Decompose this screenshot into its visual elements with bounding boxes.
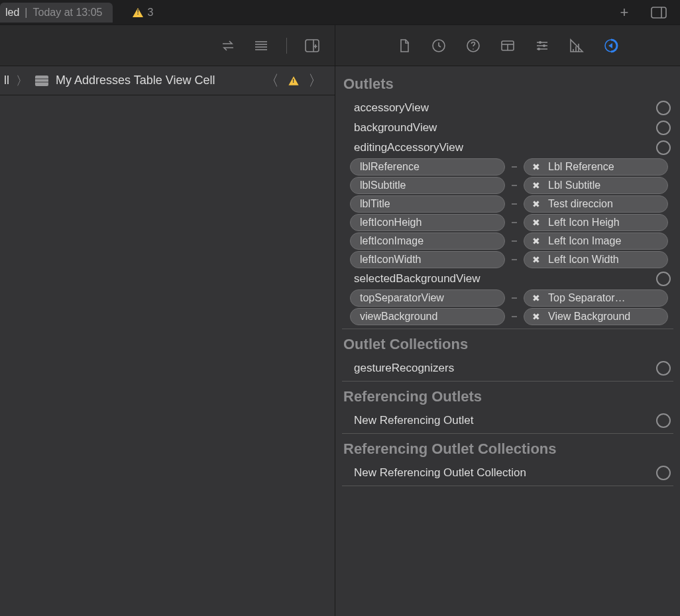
inspector-toolbar xyxy=(335,25,680,66)
inspector-pane: Outlets accessoryView backgroundView edi… xyxy=(335,25,680,616)
outlet-name-pill: topSeparatorView xyxy=(350,289,505,307)
connection-pill: ✖Left Icon Image xyxy=(524,232,668,250)
tab-name-fragment: led xyxy=(5,7,19,19)
outlet-name-pill: leftIconImage xyxy=(350,232,505,250)
connection-pill: ✖Test direccion xyxy=(524,195,668,213)
disconnect-button[interactable]: ✖ xyxy=(531,181,541,190)
outlet-name-pill: lblSubtitle xyxy=(350,177,505,194)
lines-icon[interactable] xyxy=(253,38,269,54)
svg-point-22 xyxy=(539,41,541,44)
outlet-name-pill: leftIconHeigh xyxy=(350,214,505,231)
section-divider xyxy=(342,381,673,382)
outlet-name-pill: lblReference xyxy=(350,158,505,176)
disconnect-button[interactable]: ✖ xyxy=(531,236,541,246)
history-back-button[interactable]: 〈 xyxy=(262,71,282,91)
connection-pill: ✖Lbl Reference xyxy=(524,158,668,176)
connection-pill: ✖Lbl Subtitle xyxy=(524,177,668,194)
outlet-connected-row: leftIconWidth ✖Left Icon Width xyxy=(341,250,675,269)
outlet-connected-row: topSeparatorView ✖Top Separator… xyxy=(341,289,675,307)
outlet-name: selectedBackgroundView xyxy=(341,272,650,285)
outlet-name: backgroundView xyxy=(341,121,650,134)
section-referencing-outlet-collections: Referencing Outlet Collections xyxy=(343,440,675,458)
breadcrumb-item[interactable]: My Addresses Table View Cell xyxy=(56,74,215,87)
connection-port[interactable] xyxy=(656,121,671,135)
chevron-right-icon: 〉 xyxy=(16,73,28,89)
outlet-row: selectedBackgroundView xyxy=(341,269,675,289)
outlet-name: accessoryView xyxy=(341,101,650,115)
disconnect-button[interactable]: ✖ xyxy=(531,312,541,321)
warning-count: 3 xyxy=(147,7,153,19)
disconnect-button[interactable]: ✖ xyxy=(531,218,541,227)
tab-separator: | xyxy=(25,7,27,19)
disconnect-button[interactable]: ✖ xyxy=(531,162,541,172)
connection-port[interactable] xyxy=(656,361,671,376)
connections-inspector: Outlets accessoryView backgroundView edi… xyxy=(335,66,680,486)
active-tab[interactable]: led | Today at 13:05 xyxy=(0,3,113,23)
swap-arrows-icon[interactable] xyxy=(220,38,236,54)
section-outlet-collections: Outlet Collections xyxy=(343,336,675,353)
outlet-connected-row: lblTitle ✖Test direccion xyxy=(341,195,675,213)
disconnect-button[interactable]: ✖ xyxy=(531,293,541,303)
connection-pill: ✖Top Separator… xyxy=(524,289,668,307)
section-divider xyxy=(342,486,673,486)
outlet-collection-name: gestureRecognizers xyxy=(341,362,650,375)
history-forward-button[interactable]: 〉 xyxy=(306,71,325,91)
editor-toolbar xyxy=(0,25,335,66)
outlet-connected-row: lblSubtitle ✖Lbl Subtitle xyxy=(341,176,675,195)
connection-pill: ✖Left Icon Width xyxy=(524,251,668,268)
section-divider xyxy=(342,433,673,434)
svg-point-23 xyxy=(543,44,545,47)
connections-inspector-icon[interactable] xyxy=(603,38,619,54)
toolbar-separator xyxy=(286,38,287,54)
editor-pane: ll 〉 My Addresses Table View Cell 〈 〉 xyxy=(0,25,335,616)
identity-inspector-icon[interactable] xyxy=(500,38,516,54)
svg-point-15 xyxy=(473,48,474,50)
svg-rect-10 xyxy=(35,76,48,86)
warnings-badge[interactable]: 3 xyxy=(133,7,153,19)
titlebar: led | Today at 13:05 3 + xyxy=(0,0,680,25)
connection-port[interactable] xyxy=(656,101,671,115)
connection-link xyxy=(512,240,517,242)
section-referencing-outlets: Referencing Outlets xyxy=(343,388,675,405)
outlet-connected-row: viewBackground ✖View Background xyxy=(341,307,675,326)
connection-link xyxy=(512,316,517,317)
attributes-inspector-icon[interactable] xyxy=(534,38,550,54)
referencing-outlet-row: New Referencing Outlet xyxy=(341,411,675,431)
add-panel-icon[interactable] xyxy=(304,38,320,54)
outlet-connected-row: lblReference ✖Lbl Reference xyxy=(341,158,675,176)
outlet-row: backgroundView xyxy=(341,118,675,138)
help-inspector-icon[interactable] xyxy=(465,38,481,54)
disconnect-button[interactable]: ✖ xyxy=(531,199,541,209)
breadcrumb-bar: ll 〉 My Addresses Table View Cell 〈 〉 xyxy=(0,66,335,95)
new-tab-button[interactable]: + xyxy=(611,4,638,21)
editor-canvas[interactable] xyxy=(0,95,335,616)
outlet-name-pill: lblTitle xyxy=(350,195,505,213)
file-inspector-icon[interactable] xyxy=(396,38,412,54)
outlet-name: editingAccessoryView xyxy=(341,141,650,154)
size-inspector-icon[interactable] xyxy=(569,38,585,54)
disconnect-button[interactable]: ✖ xyxy=(531,255,541,264)
connection-link xyxy=(512,222,517,223)
toggle-right-panel-icon[interactable] xyxy=(651,5,667,21)
connection-port[interactable] xyxy=(656,272,671,286)
table-cell-icon xyxy=(34,75,49,87)
connection-link xyxy=(512,166,517,168)
outlet-collection-row: gestureRecognizers xyxy=(341,358,675,378)
outlet-row: accessoryView xyxy=(341,98,675,118)
connection-pill: ✖Left Icon Heigh xyxy=(524,214,668,231)
connection-port[interactable] xyxy=(656,140,671,155)
warning-icon[interactable] xyxy=(288,76,298,85)
history-inspector-icon[interactable] xyxy=(431,38,447,54)
svg-rect-6 xyxy=(306,40,319,52)
svg-rect-0 xyxy=(652,7,666,18)
tab-timestamp: Today at 13:05 xyxy=(33,7,103,19)
connection-link xyxy=(512,185,517,186)
connection-port[interactable] xyxy=(656,413,671,428)
outlet-connected-row: leftIconImage ✖Left Icon Image xyxy=(341,232,675,250)
connection-port[interactable] xyxy=(656,466,671,480)
outlet-row: editingAccessoryView xyxy=(341,138,675,158)
connection-link xyxy=(512,259,517,260)
outlet-name-pill: viewBackground xyxy=(350,308,505,325)
referencing-outlet-collection-name: New Referencing Outlet Collection xyxy=(341,466,650,480)
warning-icon xyxy=(133,8,143,17)
